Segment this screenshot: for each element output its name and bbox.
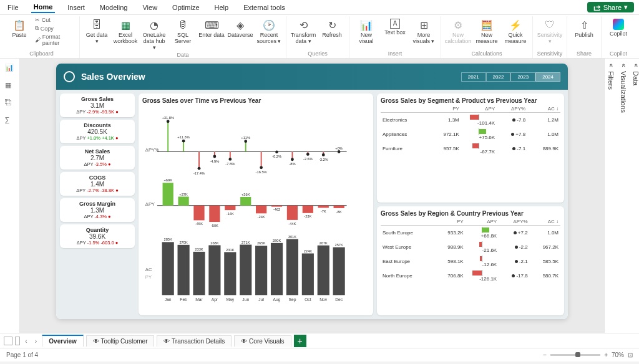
zoom-level: 70% [612,352,624,358]
publish-button[interactable]: ⇧Publish [571,16,597,39]
kpi-column: Gross Sales3.1MΔPY -2.9% -93.5K ●Discoun… [60,93,135,315]
copy-button[interactable]: ⧉Copy [34,24,76,32]
sensitivity-button[interactable]: 🛡Sensitivity ▾ [537,16,563,45]
page-tab-core-visuals[interactable]: 👁 Core Visuals [234,335,291,347]
share-button[interactable]: Share ▾ [587,2,634,12]
format-painter-button[interactable]: 🖌Format painter [34,33,76,47]
svg-text:-24K: -24K [258,215,265,219]
kpi-card[interactable]: Net Sales2.7MΔPY -3.5% ● [60,146,135,170]
svg-point-18 [244,140,247,143]
menu-insert[interactable]: Insert [65,2,87,12]
new-calculation-button[interactable]: ⚙New calculation [445,16,471,45]
enter-data-button[interactable]: ⌨Enter data [198,16,225,39]
page-next[interactable]: › [32,337,40,345]
page-tab-overview[interactable]: Overview [42,335,83,347]
svg-text:+11.3%: +11.3% [177,135,190,139]
svg-rect-78 [224,252,236,295]
zoom-out-button[interactable]: − [543,352,547,358]
dax-view-icon[interactable]: ∑ [5,116,15,126]
svg-text:280K: 280K [273,239,281,242]
svg-rect-81 [240,245,251,295]
svg-text:Oct: Oct [305,297,311,302]
new-visual-button[interactable]: 📊New visual [353,16,379,45]
page-tab-transaction-details[interactable]: 👁 Transaction Details [157,335,232,347]
menu-help[interactable]: Help [212,2,232,12]
visualizations-pane-tab[interactable]: «Visualizations [617,59,630,333]
menu-external-tools[interactable]: External tools [241,2,288,12]
desktop-layout-icon[interactable] [4,337,12,345]
svg-text:271K: 271K [241,241,250,244]
menu-file[interactable]: File [5,2,21,12]
filters-pane-tab[interactable]: «Filters [605,59,617,333]
copilot-button[interactable]: Copilot [605,16,632,37]
table-row[interactable]: Electronics1.3M-101.4K -7.81.2M [381,113,560,128]
report-view-icon[interactable]: 📊 [5,64,15,74]
mobile-layout-icon[interactable] [15,337,20,345]
report-canvas[interactable]: Sales Overview 2021 2022 2023 2024 Gross… [20,59,604,333]
kpi-card[interactable]: Discounts420.5KΔPY +1.0% +4.1K ● [60,120,135,143]
year-slicer[interactable]: 2021 2022 2023 2024 [461,72,560,82]
paste-button[interactable]: 📋Paste [7,16,31,39]
svg-rect-99 [333,247,345,295]
data-pane-tab[interactable]: «Data [630,59,639,333]
zoom-in-button[interactable]: + [604,352,608,358]
table-row[interactable]: Appliances972.1K+75.6K +7.81.0M [381,127,560,141]
workspace: 📊 ▦ ⿻ ∑ Sales Overview 2021 2022 2023 20… [0,59,639,333]
menu-optimize[interactable]: Optimize [170,2,202,12]
chevron-left-icon: « [620,64,627,67]
transform-data-button[interactable]: ⟲Transform data ▾ [290,16,316,45]
svg-text:-17.4%: -17.4% [193,171,205,175]
kpi-card[interactable]: Quantity39.6KΔPY -1.5% -603.0 ● [60,224,135,248]
text-box-button[interactable]: AText box [382,16,408,36]
fit-page-button[interactable]: ⊡ [628,352,633,358]
model-view-icon[interactable]: ⿻ [5,98,15,108]
more-visuals-button[interactable]: ⊞More visuals ▾ [411,16,437,45]
table-row[interactable]: East Europe598.1K-12.6K -2.1585.5K [381,254,560,269]
table-row[interactable]: North Europe706.8K-126.1K -17.8580.7K [381,269,560,283]
svg-text:ΔPY%: ΔPY% [145,148,159,153]
svg-text:+27K: +27K [179,193,188,196]
quick-measure-button[interactable]: ⚡Quick measure [502,16,529,45]
new-measure-button[interactable]: 🧮New measure [474,16,500,45]
year-2022[interactable]: 2022 [486,72,511,82]
brush-icon: 🖌 [35,37,41,43]
table-view-icon[interactable]: ▦ [5,81,15,91]
add-page-button[interactable]: + [294,335,306,347]
time-chart-visual[interactable]: Gross Sales over Time vs Previous Year Δ… [139,93,373,315]
table-row[interactable]: South Europe933.2K+66.8K +7.21.0M [381,226,560,241]
svg-text:-45K: -45K [195,222,203,226]
sql-server-button[interactable]: 🛢SQL Server [170,16,196,45]
menu-modeling[interactable]: Modeling [97,2,130,12]
table-row[interactable]: Furniture957.5K-67.7K -7.1889.9K [381,141,560,156]
kpi-card[interactable]: COGS1.4MΔPY -2.7% -38.8K ● [60,172,135,196]
menu-view[interactable]: View [140,2,160,12]
onelake-button[interactable]: ◔OneLake data hub ▾ [141,16,167,51]
svg-text:Nov: Nov [320,297,328,302]
page-indicator: Page 1 of 4 [6,352,38,358]
year-2021[interactable]: 2021 [461,72,486,82]
svg-text:+69K: +69K [163,178,172,182]
dataverse-button[interactable]: ◈Dataverse [227,16,253,39]
cut-button[interactable]: ✂Cut [34,16,76,24]
get-data-button[interactable]: 🗄Get data ▾ [84,16,110,45]
page-prev[interactable]: ‹ [22,337,30,345]
year-2024[interactable]: 2024 [535,72,560,82]
excel-button[interactable]: ▦Excel workbook [112,16,139,45]
refresh-button[interactable]: ↻Refresh [319,16,345,39]
svg-text:270K: 270K [179,241,188,244]
menubar: File Home Insert Modeling View Optimize … [0,0,639,15]
region-visual[interactable]: Gross Sales by Region & Country Previous… [377,206,564,315]
year-2023[interactable]: 2023 [510,72,535,82]
menu-home[interactable]: Home [31,2,56,13]
kpi-card[interactable]: Gross Sales3.1MΔPY -2.9% -93.5K ● [60,93,135,117]
svg-text:Aug: Aug [273,297,281,302]
ribbon-label-copilot: Copilot [610,50,627,58]
kpi-card[interactable]: Gross Margin1.3MΔPY -4.3% ● [60,198,135,222]
table-row[interactable]: West Europe988.9K-21.6K -2.2967.2K [381,240,560,254]
svg-text:May: May [226,297,234,302]
svg-text:AC: AC [145,267,152,272]
recent-sources-button[interactable]: 🕑Recent sources ▾ [256,16,282,45]
page-tab-tooltip-customer[interactable]: 👁 Tooltip Customer [86,335,155,347]
segment-visual[interactable]: Gross Sales by Segment & Product vs Prev… [377,93,564,203]
zoom-slider[interactable] [550,354,600,356]
